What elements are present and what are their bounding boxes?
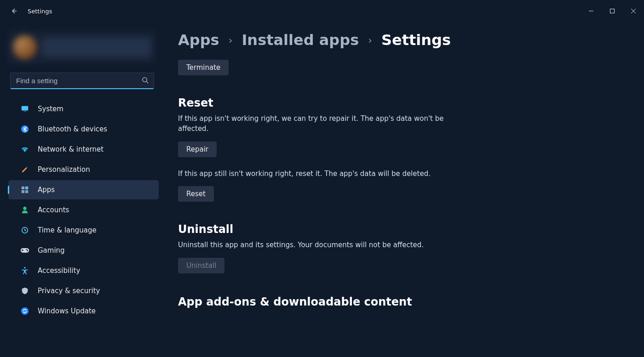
sidebar-item-bluetooth[interactable]: Bluetooth & devices bbox=[8, 119, 159, 139]
repair-button[interactable]: Repair bbox=[178, 142, 217, 157]
accessibility-icon bbox=[20, 266, 29, 275]
gamepad-icon bbox=[20, 246, 29, 255]
sidebar-item-label: Windows Update bbox=[38, 307, 96, 315]
search-input[interactable] bbox=[10, 73, 154, 89]
svg-rect-12 bbox=[25, 190, 28, 193]
sidebar-item-label: Accounts bbox=[38, 206, 69, 214]
svg-rect-11 bbox=[22, 190, 24, 193]
person-icon bbox=[20, 205, 29, 215]
reset-description: If this app still isn't working right, r… bbox=[178, 169, 472, 179]
uninstall-description: Uninstall this app and its settings. You… bbox=[178, 240, 472, 250]
sidebar-item-system[interactable]: System bbox=[8, 99, 159, 119]
sidebar-item-label: Apps bbox=[38, 186, 55, 194]
maximize-button[interactable] bbox=[602, 4, 623, 18]
uninstall-button[interactable]: Uninstall bbox=[178, 258, 224, 273]
close-icon bbox=[631, 9, 636, 13]
sidebar-item-label: Accessibility bbox=[38, 266, 80, 275]
section-uninstall: Uninstall Uninstall this app and its set… bbox=[178, 223, 472, 273]
sidebar-item-privacy[interactable]: Privacy & security bbox=[8, 281, 159, 300]
terminate-button[interactable]: Terminate bbox=[178, 60, 229, 75]
search-wrap bbox=[10, 73, 154, 89]
paintbrush-icon bbox=[20, 165, 29, 174]
sidebar-item-apps[interactable]: Apps bbox=[8, 180, 159, 199]
clock-icon bbox=[20, 226, 29, 235]
window-controls bbox=[581, 4, 644, 18]
shield-icon bbox=[20, 286, 29, 295]
titlebar: Settings bbox=[0, 0, 644, 22]
svg-rect-9 bbox=[22, 187, 24, 189]
chevron-right-icon: › bbox=[229, 34, 233, 46]
arrow-left-icon bbox=[10, 7, 17, 15]
breadcrumb-installed-apps[interactable]: Installed apps bbox=[242, 31, 359, 49]
sidebar-item-label: System bbox=[38, 105, 63, 113]
svg-point-20 bbox=[21, 307, 29, 315]
svg-point-19 bbox=[24, 267, 26, 269]
sidebar-item-label: Gaming bbox=[38, 246, 65, 255]
window-title: Settings bbox=[28, 8, 52, 15]
sidebar-item-update[interactable]: Windows Update bbox=[8, 301, 159, 321]
profile-text-blurred bbox=[42, 38, 150, 57]
addons-heading: App add-ons & downloadable content bbox=[178, 295, 626, 308]
sidebar-item-label: Privacy & security bbox=[38, 287, 100, 295]
svg-rect-10 bbox=[25, 187, 28, 189]
maximize-icon bbox=[610, 9, 615, 13]
wifi-icon bbox=[20, 145, 29, 154]
apps-icon bbox=[20, 185, 29, 194]
sidebar-item-accessibility[interactable]: Accessibility bbox=[8, 261, 159, 280]
minimize-button[interactable] bbox=[581, 4, 602, 18]
sidebar-item-label: Bluetooth & devices bbox=[38, 125, 107, 133]
svg-rect-7 bbox=[23, 111, 26, 112]
sidebar-item-label: Time & language bbox=[38, 226, 97, 234]
profile-card[interactable] bbox=[8, 31, 155, 63]
main-content: Apps › Installed apps › Settings Termina… bbox=[163, 22, 644, 357]
repair-description: If this app isn't working right, we can … bbox=[178, 114, 472, 134]
svg-point-13 bbox=[23, 207, 26, 210]
section-reset: Reset If this app isn't working right, w… bbox=[178, 96, 472, 202]
reset-heading: Reset bbox=[178, 96, 472, 109]
breadcrumb-current: Settings bbox=[381, 31, 451, 49]
breadcrumb: Apps › Installed apps › Settings bbox=[178, 31, 626, 49]
minimize-icon bbox=[589, 9, 593, 13]
svg-rect-1 bbox=[610, 9, 615, 13]
svg-point-17 bbox=[26, 249, 28, 250]
reset-button[interactable]: Reset bbox=[178, 186, 214, 202]
sidebar-item-label: Personalization bbox=[38, 165, 90, 174]
sidebar-item-network[interactable]: Network & internet bbox=[8, 140, 159, 159]
sidebar-item-time[interactable]: Time & language bbox=[8, 221, 159, 240]
svg-rect-6 bbox=[22, 106, 28, 111]
breadcrumb-apps[interactable]: Apps bbox=[178, 31, 219, 49]
svg-point-18 bbox=[27, 250, 29, 252]
avatar bbox=[13, 35, 37, 59]
chevron-right-icon: › bbox=[368, 34, 372, 46]
monitor-icon bbox=[20, 104, 29, 113]
sidebar-item-accounts[interactable]: Accounts bbox=[8, 200, 159, 220]
sidebar-item-label: Network & internet bbox=[38, 145, 104, 153]
close-button[interactable] bbox=[623, 4, 644, 18]
sidebar-item-gaming[interactable]: Gaming bbox=[8, 241, 159, 260]
sidebar-item-personalization[interactable]: Personalization bbox=[8, 160, 159, 179]
uninstall-heading: Uninstall bbox=[178, 223, 472, 236]
titlebar-left: Settings bbox=[9, 6, 52, 16]
sidebar: SystemBluetooth & devicesNetwork & inter… bbox=[0, 22, 163, 357]
nav-list: SystemBluetooth & devicesNetwork & inter… bbox=[0, 98, 163, 322]
back-button[interactable] bbox=[9, 6, 18, 16]
bluetooth-icon bbox=[20, 125, 29, 134]
update-icon bbox=[20, 306, 29, 316]
